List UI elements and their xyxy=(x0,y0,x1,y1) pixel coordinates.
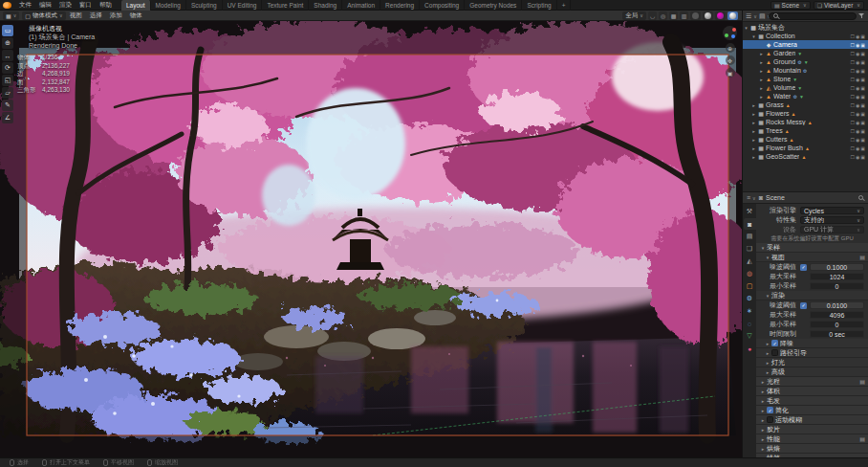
outliner-row-flower-bush[interactable]: Flower Bush ▲ ☐◉▣ xyxy=(743,144,868,152)
menu-select[interactable]: 选择 xyxy=(86,11,106,20)
menu-help[interactable]: 帮助 xyxy=(96,1,116,10)
render-noise-checkbox[interactable] xyxy=(800,302,807,309)
subsection-render[interactable]: 渲染 xyxy=(756,291,868,300)
add-workspace-button[interactable]: + xyxy=(557,0,572,11)
path-guiding-checkbox[interactable] xyxy=(771,349,778,356)
disclosure-icon[interactable] xyxy=(758,68,765,74)
section-sampling[interactable]: 采样 xyxy=(756,243,868,253)
viewport-canvas[interactable]: ▭ ⊕ ↔ ⟳ ◱ ▱ ✎ ∠ 摄像机透视 (1) 场景集合 | Camera … xyxy=(0,21,742,457)
menu-render[interactable]: 渲染 xyxy=(55,1,76,10)
menu-add[interactable]: 添加 xyxy=(106,11,126,20)
tab-scripting[interactable]: Scripting xyxy=(522,0,556,11)
render-noise-field[interactable]: 0.0100 xyxy=(810,301,864,309)
transform-orientation-selector[interactable]: 全局 xyxy=(622,11,646,20)
mode-selector[interactable]: ▢ 物体模式 xyxy=(22,11,65,20)
visibility-toggles[interactable]: ☐◉▣ xyxy=(850,33,866,39)
tool-transform[interactable]: ▱ xyxy=(2,87,13,99)
zoom-icon[interactable]: ⊕ xyxy=(726,43,735,53)
visibility-toggles[interactable]: ☐◉▣ xyxy=(850,128,866,134)
render-min-samples-field[interactable]: 0 xyxy=(810,321,864,328)
disclosure-icon[interactable] xyxy=(750,111,757,117)
properties-editor-icon[interactable]: ≡ xyxy=(747,194,756,201)
visibility-toggles[interactable]: ☐◉▣ xyxy=(850,51,866,56)
visibility-toggles[interactable]: ☐◉▣ xyxy=(850,42,866,48)
render-max-samples-field[interactable]: 4096 xyxy=(810,311,864,319)
section-light-paths[interactable]: 光程 ▤ xyxy=(756,377,868,387)
motion-blur-checkbox[interactable] xyxy=(767,416,773,423)
section-curves[interactable]: 毛发 xyxy=(756,396,868,406)
tab-compositing[interactable]: Compositing xyxy=(420,0,465,11)
visibility-toggles[interactable]: ☐◉▣ xyxy=(850,137,866,143)
tool-scale[interactable]: ◱ xyxy=(2,75,13,86)
visibility-toggles[interactable]: ☐◉▣ xyxy=(850,145,866,151)
visibility-toggles[interactable]: ☐◉▣ xyxy=(850,77,866,82)
outliner-row-cutters[interactable]: Cutters ▲ ☐◉▣ xyxy=(743,135,868,144)
visibility-toggles[interactable]: ☐◉▣ xyxy=(850,102,866,108)
viewport-min-samples-field[interactable]: 0 xyxy=(810,282,864,290)
disclosure-icon[interactable] xyxy=(750,102,757,108)
outliner-row-ground[interactable]: Ground ⚙ ▼ ☐◉▣ xyxy=(743,57,868,66)
engine-select[interactable]: Cycles xyxy=(800,207,864,214)
outliner-row-scene-collection[interactable]: 场景集合 xyxy=(743,23,868,32)
pan-icon[interactable]: ✥ xyxy=(726,56,735,65)
disclosure-icon[interactable] xyxy=(750,154,757,160)
viewport-noise-field[interactable]: 0.1000 xyxy=(810,263,864,271)
simplify-checkbox[interactable] xyxy=(767,407,773,413)
subsection-advanced[interactable]: 高级 xyxy=(756,367,868,377)
menu-view[interactable]: 视图 xyxy=(66,11,86,20)
menu-object[interactable]: 物体 xyxy=(126,11,146,20)
tab-view-layer[interactable]: ❏ xyxy=(744,243,756,255)
preset-icon[interactable]: ▤ xyxy=(859,254,865,260)
outliner-row-geoscatter[interactable]: GeoScatter ▲ ☐◉▣ xyxy=(743,152,868,161)
shading-wireframe-button[interactable] xyxy=(690,11,701,20)
disclosure-icon[interactable] xyxy=(750,120,757,125)
section-performance[interactable]: 性能 ▤ xyxy=(756,434,868,444)
tab-output[interactable]: ▤ xyxy=(744,231,756,242)
visibility-toggles[interactable]: ☐◉▣ xyxy=(850,111,866,117)
tab-material[interactable]: ● xyxy=(744,343,756,354)
tool-cursor[interactable]: ⊕ xyxy=(2,37,13,49)
tab-object[interactable]: ▢ xyxy=(744,280,756,292)
disclosure-icon[interactable] xyxy=(750,137,757,143)
visibility-toggles[interactable]: ☐◉▣ xyxy=(850,120,866,125)
preset-icon[interactable]: ▤ xyxy=(859,378,865,385)
snap-magnet-icon[interactable]: ◡ xyxy=(648,11,657,20)
tab-tool[interactable]: ⚒ xyxy=(744,206,756,217)
scene-selector[interactable]: ▤ Scene xyxy=(770,1,811,10)
tab-particles[interactable]: ∗ xyxy=(744,305,756,317)
view-layer-selector[interactable]: ❏ ViewLayer xyxy=(814,1,864,10)
menu-window[interactable]: 窗口 xyxy=(76,1,96,10)
visibility-toggles[interactable]: ☐◉▣ xyxy=(850,94,866,100)
render-time-limit-field[interactable]: 0 sec xyxy=(810,330,864,338)
tab-animation[interactable]: Animation xyxy=(342,0,380,11)
visibility-toggles[interactable]: ☐◉▣ xyxy=(850,59,866,65)
shading-rendered-button[interactable] xyxy=(727,11,738,20)
viewport-max-samples-field[interactable]: 1024 xyxy=(810,273,864,280)
editor-type-button[interactable]: ▦ xyxy=(3,11,19,20)
preset-icon[interactable]: ▤ xyxy=(859,435,865,442)
viewport-noise-checkbox[interactable] xyxy=(800,264,807,271)
outliner-row-mountain[interactable]: Mountain ⚙ ☐◉▣ xyxy=(743,66,868,75)
outliner-row-garden[interactable]: Garden ▼ ☐◉▣ xyxy=(743,49,868,57)
camera-view-icon[interactable]: ▣ xyxy=(726,68,735,78)
disclosure-icon[interactable] xyxy=(758,77,765,82)
tab-geometry-nodes[interactable]: Geometry Nodes xyxy=(465,0,522,11)
visibility-toggles[interactable]: ☐◉▣ xyxy=(850,68,866,74)
proportional-edit-icon[interactable]: ◎ xyxy=(659,11,667,20)
xray-icon[interactable]: ▥ xyxy=(680,11,688,20)
tool-move[interactable]: ↔ xyxy=(2,50,13,61)
tab-object-data[interactable]: ▽ xyxy=(744,330,756,342)
tab-scene[interactable]: ◭ xyxy=(744,256,756,267)
feature-set-select[interactable]: 支持的 xyxy=(800,216,864,224)
tab-render[interactable]: ◙ xyxy=(744,218,756,230)
outliner-editor-icon[interactable]: ☰ xyxy=(746,12,757,20)
outliner-row-camera[interactable]: Camera ☐◉▣ xyxy=(743,40,868,49)
tool-measure[interactable]: ∠ xyxy=(2,112,13,123)
subsection-denoise[interactable]: 降噪 xyxy=(756,339,868,348)
visibility-toggles[interactable]: ☐◉▣ xyxy=(850,154,866,160)
disclosure-icon[interactable] xyxy=(750,128,757,134)
outliner-row-grass[interactable]: Grass ▲ ☐◉▣ xyxy=(743,100,868,109)
blender-logo-icon[interactable] xyxy=(3,2,11,9)
tool-rotate[interactable]: ⟳ xyxy=(2,62,13,74)
tab-rendering[interactable]: Rendering xyxy=(380,0,420,11)
